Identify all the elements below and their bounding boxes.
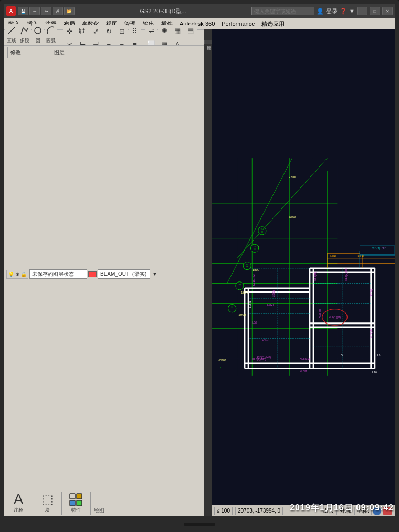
layer-bar: 修改 图层 [4, 45, 204, 59]
layer-state-combo[interactable]: 未保存的图层状态 [29, 269, 87, 279]
stretch-tool[interactable]: ⤢ [89, 25, 102, 37]
left-sidebar: 设计树 [204, 29, 212, 516]
svg-rect-5 [77, 500, 82, 506]
array-tool[interactable]: ⠿ [129, 25, 141, 37]
svg-text:H: H [261, 231, 263, 233]
svg-text:KL2(1)(M): KL2(1)(M) [329, 316, 341, 319]
svg-text:KL7(): KL7() [370, 289, 373, 296]
autocad-logo: A [6, 6, 16, 16]
svg-text:2600: 2600 [289, 215, 296, 219]
layer-freeze-icon[interactable]: ❄ [15, 272, 19, 277]
svg-text:L16: L16 [372, 371, 377, 374]
svg-text:XL1: XL1 [382, 247, 387, 250]
svg-text:H: H [254, 248, 255, 251]
user-icon: 👤 [317, 8, 324, 15]
draw-section-label: 绘图 [94, 507, 104, 515]
cad-viewport[interactable]: 设计树 [204, 29, 395, 516]
sep-big3 [90, 492, 91, 515]
menu-performance[interactable]: Performance [218, 20, 258, 27]
svg-text:KL1(M): KL1(M) [313, 272, 317, 280]
scale-tool[interactable]: ⊡ [116, 25, 128, 37]
cad-drawing-area[interactable]: KL1(1)(M) L2(2) L3() L4(1) KL5(1)(M6) KL… [212, 29, 395, 505]
copy-tool[interactable]: ⿻ [76, 25, 89, 37]
svg-text:KL4(2)(M): KL4(2)(M) [344, 268, 348, 281]
layer-lock-icon[interactable]: 🔓 [20, 272, 27, 277]
sep2 [143, 33, 143, 43]
sep1 [61, 33, 61, 43]
timestamp: 2019年1月16日 09:09:42 [290, 503, 394, 514]
window-title: GS2-20~38(D型... [77, 7, 249, 15]
circle-tool[interactable] [32, 24, 44, 37]
mirror-tool[interactable]: ⇌ [145, 25, 158, 37]
menu-jingxuan[interactable]: 精选应用 [258, 19, 288, 28]
svg-text:L6: L6 [377, 353, 381, 357]
open-btn[interactable]: 📂 [64, 7, 75, 15]
arc-tool[interactable] [45, 24, 57, 37]
monitor-bezel: A 💾 ↩ ↪ 🖨 📂 GS2-20~38(D型... 👤 登录 ❓ ▼ — □… [0, 0, 399, 532]
annotation-big-btn[interactable]: A 注释 [5, 491, 32, 515]
svg-text:KL5M: KL5M [300, 370, 307, 373]
svg-point-1 [35, 27, 41, 34]
layer-color-indicator[interactable] [88, 271, 97, 277]
svg-text:KLB(1M): KLB(1M) [300, 357, 311, 360]
quick-access-btn[interactable]: 💾 [18, 7, 28, 15]
svg-line-0 [8, 27, 15, 34]
screen: A 💾 ↩ ↪ 🖨 📂 GS2-20~38(D型... 👤 登录 ❓ ▼ — □… [4, 4, 395, 516]
layer-label: 图层 [54, 49, 65, 56]
minimize-btn[interactable]: — [357, 7, 368, 15]
print-btn[interactable]: 🖨 [52, 7, 63, 15]
svg-text:1800: 1800 [253, 268, 260, 272]
kl1-label: KL1(1)(M) [252, 273, 255, 286]
login-label[interactable]: 登录 [326, 7, 338, 15]
svg-rect-4 [70, 500, 75, 506]
hatch-tool[interactable]: ▦ [171, 25, 184, 37]
svg-text:LS(1): LS(1) [272, 290, 275, 297]
cad-svg: KL1(1)(M) L2(2) L3() L4(1) KL5(1)(M6) KL… [212, 29, 395, 505]
title-bar-buttons: 💾 ↩ ↪ 🖨 📂 [18, 7, 75, 15]
expand-icon[interactable]: ▼ [349, 8, 355, 14]
svg-text:KL8(M): KL8(M) [370, 329, 373, 338]
move-tool[interactable]: ✛ [63, 25, 76, 37]
gradient-tool[interactable]: ▤ [184, 25, 197, 37]
svg-rect-109 [360, 246, 395, 255]
explode-tool[interactable]: ✺ [158, 25, 171, 37]
login-area: 👤 登录 ❓ ▼ [317, 7, 355, 15]
svg-text:2H: 2H [253, 245, 256, 248]
draw-tools-row: 直线 多段线 圆 圆弧 ✛ ⿻ ⤢ ↻ [4, 29, 204, 45]
beam-out-combo[interactable]: BEAM_OUT（梁实) [98, 269, 150, 279]
svg-text:1900: 1900 [238, 312, 246, 316]
block-big-btn[interactable]: ⬚ 块 [34, 491, 60, 515]
line-tool[interactable] [5, 24, 18, 37]
help-icon[interactable]: ❓ [340, 8, 347, 15]
redo-btn[interactable]: ↪ [41, 7, 51, 15]
svg-text:2H: 2H [246, 263, 248, 266]
svg-text:L2(2): L2(2) [267, 303, 274, 306]
design-tree-tab[interactable]: 设计树 [204, 40, 212, 44]
svg-rect-3 [77, 494, 82, 499]
undo-btn[interactable]: ↩ [29, 7, 40, 15]
sep-big2 [61, 492, 62, 515]
maximize-btn[interactable]: □ [370, 7, 380, 15]
svg-text:XL1(1): XL1(1) [372, 247, 380, 250]
polyline-tool[interactable] [18, 24, 31, 37]
svg-text:2400: 2400 [218, 358, 226, 361]
svg-rect-2 [70, 494, 75, 499]
svg-text:L4(1): L4(1) [262, 338, 268, 341]
svg-text:L5: L5 [340, 353, 343, 357]
properties-big-btn[interactable]: 特性 [63, 491, 89, 515]
close-btn[interactable]: ✕ [382, 7, 393, 15]
svg-text:2200: 2200 [289, 175, 296, 179]
layer-bulb-icon[interactable]: 💡 [8, 272, 14, 277]
svg-rect-6 [212, 158, 395, 376]
search-input[interactable] [251, 7, 314, 15]
monitor-bottom [0, 516, 399, 532]
svg-text:IL5(1): IL5(1) [357, 255, 364, 257]
rotate-tool[interactable]: ↻ [102, 25, 115, 37]
status-scale[interactable]: ≤ 100 [214, 507, 233, 515]
svg-text:H: H [232, 306, 233, 308]
svg-text:2H: 2H [238, 283, 241, 286]
status-coords: 20703, -173994, 0 [235, 507, 283, 515]
svg-text:H: H [239, 286, 240, 288]
sep-big1 [33, 492, 33, 515]
layer-combo-arrow[interactable]: ▼ [151, 268, 159, 280]
